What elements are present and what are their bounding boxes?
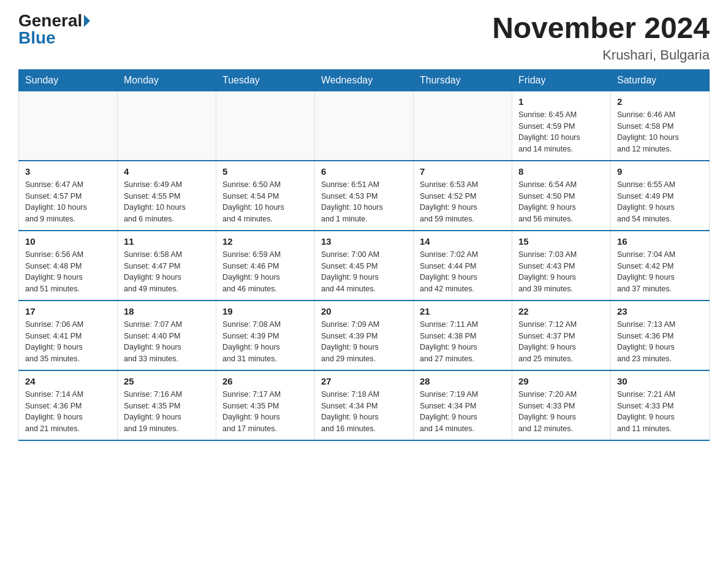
day-info: Sunrise: 7:14 AMSunset: 4:36 PMDaylight:… bbox=[25, 389, 111, 435]
calendar-cell: 17Sunrise: 7:06 AMSunset: 4:41 PMDayligh… bbox=[19, 301, 118, 370]
calendar-cell: 15Sunrise: 7:03 AMSunset: 4:43 PMDayligh… bbox=[512, 231, 611, 301]
day-header-friday: Friday bbox=[512, 69, 611, 91]
calendar-cell: 5Sunrise: 6:50 AMSunset: 4:54 PMDaylight… bbox=[216, 161, 315, 231]
calendar-cell: 27Sunrise: 7:18 AMSunset: 4:34 PMDayligh… bbox=[315, 370, 414, 440]
day-number: 12 bbox=[222, 236, 308, 247]
week-row-1: 1Sunrise: 6:45 AMSunset: 4:59 PMDaylight… bbox=[19, 91, 710, 161]
day-info: Sunrise: 6:46 AMSunset: 4:58 PMDaylight:… bbox=[617, 109, 703, 155]
day-number: 19 bbox=[222, 306, 308, 316]
day-number: 22 bbox=[518, 306, 604, 316]
calendar-cell: 18Sunrise: 7:07 AMSunset: 4:40 PMDayligh… bbox=[118, 301, 216, 370]
day-info: Sunrise: 7:20 AMSunset: 4:33 PMDaylight:… bbox=[518, 389, 604, 435]
day-info: Sunrise: 6:45 AMSunset: 4:59 PMDaylight:… bbox=[518, 109, 604, 155]
calendar-cell: 10Sunrise: 6:56 AMSunset: 4:48 PMDayligh… bbox=[19, 231, 118, 301]
calendar-cell: 20Sunrise: 7:09 AMSunset: 4:39 PMDayligh… bbox=[315, 301, 414, 370]
day-number: 4 bbox=[124, 166, 210, 177]
day-info: Sunrise: 6:56 AMSunset: 4:48 PMDaylight:… bbox=[25, 249, 111, 295]
day-number: 7 bbox=[420, 166, 506, 177]
day-number: 18 bbox=[124, 306, 210, 316]
day-number: 3 bbox=[25, 166, 111, 177]
day-header-wednesday: Wednesday bbox=[315, 69, 414, 91]
day-number: 10 bbox=[25, 236, 111, 247]
day-number: 25 bbox=[124, 376, 210, 386]
day-info: Sunrise: 7:12 AMSunset: 4:37 PMDaylight:… bbox=[518, 319, 604, 365]
day-info: Sunrise: 6:58 AMSunset: 4:47 PMDaylight:… bbox=[124, 249, 210, 295]
day-info: Sunrise: 7:13 AMSunset: 4:36 PMDaylight:… bbox=[617, 319, 703, 365]
title-area: November 2024 Krushari, Bulgaria bbox=[492, 12, 710, 63]
day-headers-row: SundayMondayTuesdayWednesdayThursdayFrid… bbox=[19, 69, 710, 91]
day-info: Sunrise: 7:18 AMSunset: 4:34 PMDaylight:… bbox=[321, 389, 407, 435]
day-number: 24 bbox=[25, 376, 111, 386]
week-row-5: 24Sunrise: 7:14 AMSunset: 4:36 PMDayligh… bbox=[19, 370, 710, 440]
calendar-cell: 21Sunrise: 7:11 AMSunset: 4:38 PMDayligh… bbox=[414, 301, 512, 370]
calendar-cell: 3Sunrise: 6:47 AMSunset: 4:57 PMDaylight… bbox=[19, 161, 118, 231]
day-info: Sunrise: 6:55 AMSunset: 4:49 PMDaylight:… bbox=[617, 179, 703, 225]
calendar-cell: 29Sunrise: 7:20 AMSunset: 4:33 PMDayligh… bbox=[512, 370, 611, 440]
day-info: Sunrise: 7:02 AMSunset: 4:44 PMDaylight:… bbox=[420, 249, 506, 295]
calendar-cell bbox=[414, 91, 512, 161]
calendar-cell bbox=[19, 91, 118, 161]
day-info: Sunrise: 7:09 AMSunset: 4:39 PMDaylight:… bbox=[321, 319, 407, 365]
calendar-cell: 24Sunrise: 7:14 AMSunset: 4:36 PMDayligh… bbox=[19, 370, 118, 440]
day-info: Sunrise: 7:11 AMSunset: 4:38 PMDaylight:… bbox=[420, 319, 506, 365]
calendar-cell: 7Sunrise: 6:53 AMSunset: 4:52 PMDaylight… bbox=[414, 161, 512, 231]
day-number: 17 bbox=[25, 306, 111, 316]
day-info: Sunrise: 7:21 AMSunset: 4:33 PMDaylight:… bbox=[617, 389, 703, 435]
day-number: 13 bbox=[321, 236, 407, 247]
day-info: Sunrise: 6:50 AMSunset: 4:54 PMDaylight:… bbox=[222, 179, 308, 225]
logo-general-text: General bbox=[18, 12, 82, 29]
day-header-thursday: Thursday bbox=[414, 69, 512, 91]
day-info: Sunrise: 6:53 AMSunset: 4:52 PMDaylight:… bbox=[420, 179, 506, 225]
day-number: 6 bbox=[321, 166, 407, 177]
logo-blue-text: Blue bbox=[18, 29, 56, 47]
day-header-monday: Monday bbox=[118, 69, 216, 91]
day-number: 26 bbox=[222, 376, 308, 386]
page-header: General Blue November 2024 Krushari, Bul… bbox=[18, 12, 710, 63]
calendar-cell: 4Sunrise: 6:49 AMSunset: 4:55 PMDaylight… bbox=[118, 161, 216, 231]
day-header-tuesday: Tuesday bbox=[216, 69, 315, 91]
calendar-cell: 14Sunrise: 7:02 AMSunset: 4:44 PMDayligh… bbox=[414, 231, 512, 301]
calendar-cell: 30Sunrise: 7:21 AMSunset: 4:33 PMDayligh… bbox=[611, 370, 710, 440]
calendar-body: 1Sunrise: 6:45 AMSunset: 4:59 PMDaylight… bbox=[19, 91, 710, 440]
day-number: 30 bbox=[617, 376, 703, 386]
day-info: Sunrise: 7:06 AMSunset: 4:41 PMDaylight:… bbox=[25, 319, 111, 365]
day-number: 28 bbox=[420, 376, 506, 386]
day-info: Sunrise: 7:19 AMSunset: 4:34 PMDaylight:… bbox=[420, 389, 506, 435]
calendar-cell: 13Sunrise: 7:00 AMSunset: 4:45 PMDayligh… bbox=[315, 231, 414, 301]
calendar-title: November 2024 bbox=[492, 12, 710, 45]
calendar-table: SundayMondayTuesdayWednesdayThursdayFrid… bbox=[18, 69, 710, 441]
calendar-cell: 8Sunrise: 6:54 AMSunset: 4:50 PMDaylight… bbox=[512, 161, 611, 231]
day-number: 20 bbox=[321, 306, 407, 316]
calendar-subtitle: Krushari, Bulgaria bbox=[492, 47, 710, 63]
day-info: Sunrise: 6:59 AMSunset: 4:46 PMDaylight:… bbox=[222, 249, 308, 295]
day-info: Sunrise: 7:00 AMSunset: 4:45 PMDaylight:… bbox=[321, 249, 407, 295]
week-row-3: 10Sunrise: 6:56 AMSunset: 4:48 PMDayligh… bbox=[19, 231, 710, 301]
logo: General Blue bbox=[18, 12, 90, 47]
day-info: Sunrise: 6:49 AMSunset: 4:55 PMDaylight:… bbox=[124, 179, 210, 225]
calendar-cell: 2Sunrise: 6:46 AMSunset: 4:58 PMDaylight… bbox=[611, 91, 710, 161]
day-number: 2 bbox=[617, 96, 703, 107]
calendar-cell bbox=[216, 91, 315, 161]
calendar-header: SundayMondayTuesdayWednesdayThursdayFrid… bbox=[19, 69, 710, 91]
calendar-cell: 25Sunrise: 7:16 AMSunset: 4:35 PMDayligh… bbox=[118, 370, 216, 440]
day-number: 1 bbox=[518, 96, 604, 107]
day-info: Sunrise: 7:07 AMSunset: 4:40 PMDaylight:… bbox=[124, 319, 210, 365]
day-number: 9 bbox=[617, 166, 703, 177]
calendar-cell: 1Sunrise: 6:45 AMSunset: 4:59 PMDaylight… bbox=[512, 91, 611, 161]
calendar-cell: 6Sunrise: 6:51 AMSunset: 4:53 PMDaylight… bbox=[315, 161, 414, 231]
day-number: 11 bbox=[124, 236, 210, 247]
calendar-cell: 12Sunrise: 6:59 AMSunset: 4:46 PMDayligh… bbox=[216, 231, 315, 301]
calendar-cell: 23Sunrise: 7:13 AMSunset: 4:36 PMDayligh… bbox=[611, 301, 710, 370]
calendar-cell bbox=[315, 91, 414, 161]
calendar-cell: 11Sunrise: 6:58 AMSunset: 4:47 PMDayligh… bbox=[118, 231, 216, 301]
day-number: 14 bbox=[420, 236, 506, 247]
calendar-cell: 9Sunrise: 6:55 AMSunset: 4:49 PMDaylight… bbox=[611, 161, 710, 231]
day-info: Sunrise: 6:51 AMSunset: 4:53 PMDaylight:… bbox=[321, 179, 407, 225]
day-info: Sunrise: 7:03 AMSunset: 4:43 PMDaylight:… bbox=[518, 249, 604, 295]
day-header-saturday: Saturday bbox=[611, 69, 710, 91]
day-number: 15 bbox=[518, 236, 604, 247]
week-row-2: 3Sunrise: 6:47 AMSunset: 4:57 PMDaylight… bbox=[19, 161, 710, 231]
logo-arrow-icon bbox=[84, 15, 90, 27]
day-number: 21 bbox=[420, 306, 506, 316]
calendar-cell: 26Sunrise: 7:17 AMSunset: 4:35 PMDayligh… bbox=[216, 370, 315, 440]
